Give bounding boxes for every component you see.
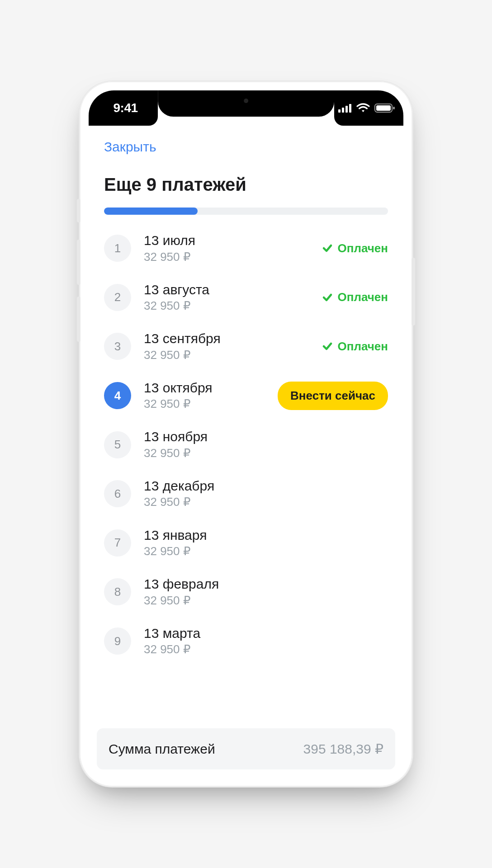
- payment-row[interactable]: 813 февраля32 950 ₽: [104, 567, 388, 617]
- content: Закрыть Еще 9 платежей 113 июля32 950 ₽О…: [89, 126, 403, 778]
- payment-index-badge: 8: [104, 578, 131, 605]
- page-title: Еще 9 платежей: [89, 166, 403, 208]
- phone-power-button: [412, 258, 415, 326]
- svg-rect-6: [393, 107, 395, 109]
- summary-bar: Сумма платежей 395 188,39 ₽: [97, 728, 395, 769]
- payment-row[interactable]: 913 марта32 950 ₽: [104, 617, 388, 666]
- payment-date: 13 марта: [144, 625, 388, 642]
- check-icon: [322, 243, 333, 254]
- paid-label: Оплачен: [337, 340, 388, 354]
- progress-bar: [104, 208, 388, 215]
- payment-amount: 32 950 ₽: [144, 445, 388, 461]
- battery-icon: [374, 103, 395, 113]
- payment-amount: 32 950 ₽: [144, 249, 309, 265]
- wifi-icon: [356, 103, 370, 113]
- payment-index-badge: 6: [104, 480, 131, 507]
- payment-amount: 32 950 ₽: [144, 543, 388, 559]
- payment-index-badge: 4: [104, 382, 131, 409]
- payment-info: 13 января32 950 ₽: [144, 527, 388, 560]
- svg-rect-0: [338, 109, 341, 113]
- payment-info: 13 октября32 950 ₽: [144, 379, 265, 412]
- screen: 9:41: [89, 90, 403, 778]
- payment-info: 13 июля32 950 ₽: [144, 232, 309, 265]
- phone-volume-up: [77, 240, 80, 285]
- payment-date: 13 января: [144, 527, 388, 544]
- payment-date: 13 ноября: [144, 428, 388, 445]
- payment-info: 13 февраля32 950 ₽: [144, 576, 388, 609]
- svg-rect-1: [342, 108, 344, 113]
- paid-status: Оплачен: [322, 290, 388, 304]
- payment-info: 13 марта32 950 ₽: [144, 625, 388, 658]
- payment-index-badge: 1: [104, 235, 131, 262]
- status-bar: 9:41: [89, 90, 403, 126]
- svg-rect-2: [345, 106, 348, 113]
- check-icon: [322, 292, 333, 303]
- progress-fill: [104, 208, 198, 215]
- payment-info: 13 декабря32 950 ₽: [144, 477, 388, 510]
- paid-label: Оплачен: [337, 241, 388, 255]
- notch: [158, 90, 334, 117]
- payment-info: 13 сентября32 950 ₽: [144, 330, 309, 363]
- phone-frame: 9:41: [80, 81, 412, 787]
- svg-rect-5: [376, 105, 391, 111]
- payment-date: 13 августа: [144, 281, 309, 298]
- payment-index-badge: 5: [104, 431, 131, 458]
- status-time: 9:41: [114, 101, 138, 115]
- payment-date: 13 февраля: [144, 576, 388, 593]
- paid-status: Оплачен: [322, 340, 388, 354]
- check-icon: [322, 341, 333, 352]
- close-button[interactable]: Закрыть: [89, 126, 172, 166]
- payment-row[interactable]: 513 ноября32 950 ₽: [104, 420, 388, 469]
- payment-index-badge: 3: [104, 333, 131, 360]
- phone-volume-down: [77, 297, 80, 342]
- payment-amount: 32 950 ₽: [144, 593, 388, 609]
- payment-date: 13 сентября: [144, 330, 309, 347]
- payment-date: 13 декабря: [144, 477, 388, 495]
- paid-label: Оплачен: [337, 290, 388, 304]
- payment-row[interactable]: 713 января32 950 ₽: [104, 519, 388, 568]
- svg-rect-3: [349, 104, 351, 113]
- payment-row[interactable]: 613 декабря32 950 ₽: [104, 469, 388, 519]
- payment-row[interactable]: 313 сентября32 950 ₽Оплачен: [104, 322, 388, 371]
- cellular-icon: [338, 104, 352, 113]
- phone-mute-switch: [77, 199, 80, 222]
- payment-amount: 32 950 ₽: [144, 396, 265, 412]
- status-left: 9:41: [89, 90, 158, 126]
- payment-index-badge: 2: [104, 284, 131, 311]
- status-right: [334, 90, 403, 126]
- payment-index-badge: 7: [104, 529, 131, 557]
- payment-row[interactable]: 413 октября32 950 ₽Внести сейчас: [104, 371, 388, 420]
- payment-list[interactable]: 113 июля32 950 ₽Оплачен213 августа32 950…: [89, 224, 403, 725]
- payment-amount: 32 950 ₽: [144, 347, 309, 363]
- summary-value: 395 188,39 ₽: [303, 741, 383, 757]
- payment-index-badge: 9: [104, 627, 131, 655]
- payment-amount: 32 950 ₽: [144, 494, 388, 510]
- payment-info: 13 августа32 950 ₽: [144, 281, 309, 314]
- payment-date: 13 октября: [144, 379, 265, 396]
- payment-date: 13 июля: [144, 232, 309, 249]
- paid-status: Оплачен: [322, 241, 388, 255]
- summary-label: Сумма платежей: [109, 741, 215, 757]
- payment-row[interactable]: 113 июля32 950 ₽Оплачен: [104, 224, 388, 273]
- payment-amount: 32 950 ₽: [144, 298, 309, 314]
- payment-row[interactable]: 213 августа32 950 ₽Оплачен: [104, 273, 388, 322]
- payment-info: 13 ноября32 950 ₽: [144, 428, 388, 461]
- pay-now-button[interactable]: Внести сейчас: [278, 382, 388, 410]
- payment-amount: 32 950 ₽: [144, 642, 388, 657]
